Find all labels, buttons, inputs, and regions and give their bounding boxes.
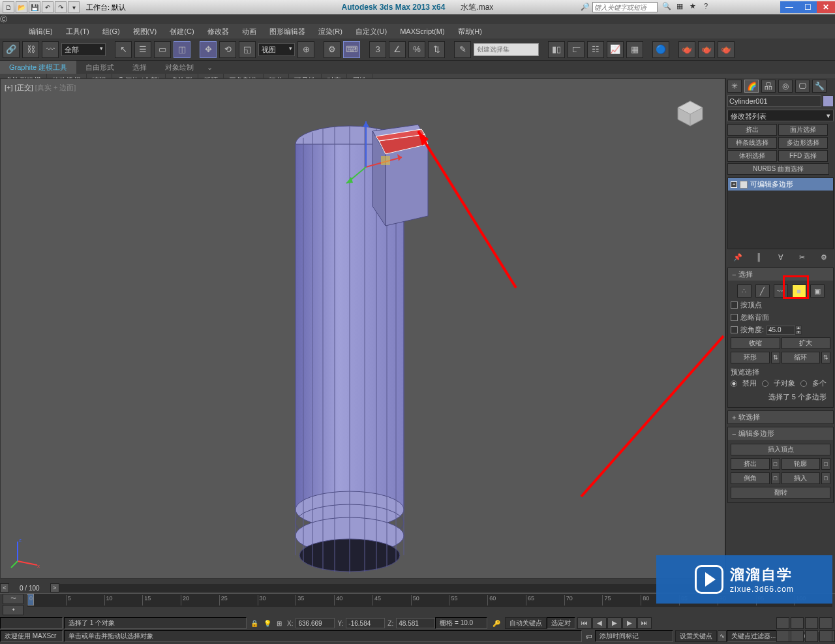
keyboard-shortcut-icon[interactable]: ⌨ [343,41,360,58]
render-setup-icon[interactable]: 🫖 [678,41,695,58]
render-icon[interactable]: 🫖 [718,41,735,58]
comm-center-icon[interactable]: ▦ [675,2,685,12]
window-close-button[interactable]: ✕ [817,1,835,13]
btn-outline[interactable]: 轮廓 [782,458,821,470]
selection-filter-dropdown[interactable]: 全部 [61,43,106,56]
material-editor-icon[interactable]: 🔵 [652,41,669,58]
loop-spin-icon[interactable]: ⇅ [821,352,830,363]
set-key-button[interactable]: 设置关键点 [675,630,717,642]
menu-group[interactable]: 组(G) [96,24,127,38]
help-search-input[interactable] [592,2,658,12]
btn-insert-vertex[interactable]: 插入顶点 [731,444,830,455]
cmdtab-utilities-icon[interactable]: 🔧 [812,80,827,93]
qat-undo-icon[interactable]: ↶ [42,1,53,13]
track-curve-icon[interactable]: 〜 [3,594,23,604]
modbtn-ffd-sel[interactable]: FFD 选择 [778,150,828,162]
modifier-stack[interactable]: + 可编辑多边形 [727,177,834,249]
nav-zoom-all-icon[interactable] [791,617,804,629]
search-go-icon[interactable]: 🔍 [661,2,672,12]
help-icon[interactable]: ? [701,2,711,12]
chk-ignore-backface[interactable] [731,314,738,321]
rollout-soft-selection[interactable]: +软选择 [727,410,834,424]
stack-expand-icon[interactable]: + [731,181,737,188]
manipulate-icon[interactable]: ⚙ [324,41,341,58]
menu-animation[interactable]: 动画 [235,24,263,38]
extrude-settings-icon[interactable]: □ [771,458,780,470]
curve-editor-icon[interactable]: 📈 [607,41,624,58]
select-name-icon[interactable]: ☰ [134,41,151,58]
btn-loop[interactable]: 循环 [782,352,821,363]
nav-fov-icon[interactable] [819,617,832,629]
menu-customize[interactable]: 自定义(U) [349,24,393,38]
stack-pin-icon[interactable]: 📌 [733,253,743,264]
coord-y-input[interactable] [346,618,385,628]
isolate-icon[interactable]: 💡 [261,620,274,627]
viewport[interactable]: [+] [正交] [真实 + 边面] [0,78,725,579]
menu-graph[interactable]: 图形编辑器 [263,24,312,38]
pivot-center-icon[interactable]: ⊕ [297,41,314,58]
angle-snap-icon[interactable]: ∠ [389,41,406,58]
link-icon[interactable]: 🔗 [3,41,20,58]
cmdtab-display-icon[interactable]: 🖵 [795,80,810,93]
chk-by-angle[interactable] [731,326,738,333]
align-icon[interactable]: ⫍ [568,41,584,58]
spinner-snap-icon[interactable]: ⇅ [428,41,445,58]
cmdtab-modify-icon[interactable]: 🌈 [744,80,759,93]
mirror-icon[interactable]: ▮▯ [548,41,565,58]
viewport-label[interactable]: [+] [正交] [真实 + 边面] [5,83,76,93]
ribbon-tab-freeform[interactable]: 自由形式 [76,61,123,74]
rollout-editpoly-header[interactable]: 编辑多边形 [738,429,774,438]
nav-zoom-icon[interactable] [776,617,789,629]
modbtn-extrude[interactable]: 挤出 [727,124,777,136]
cmdtab-hierarchy-icon[interactable]: 品 [761,80,776,93]
cmdtab-motion-icon[interactable]: ◎ [778,80,793,93]
btn-insert-poly[interactable]: 插入 [782,472,821,484]
select-icon[interactable]: ↖ [115,41,132,58]
cmdtab-create-icon[interactable]: ✳ [727,80,742,93]
chk-by-vertex[interactable] [731,301,738,309]
stack-config-icon[interactable]: ⚙ [819,253,829,264]
menu-create[interactable]: 创建(C) [163,24,200,38]
modbtn-spline-sel[interactable]: 样条线选择 [727,137,777,149]
subobj-vertex-icon[interactable]: ∴ [737,284,752,298]
bevel-settings-icon[interactable]: □ [771,472,780,484]
nav-walk-icon[interactable] [805,630,818,642]
slider-left-icon[interactable]: < [0,583,9,592]
rollout-selection-header[interactable]: 选择 [738,269,753,279]
subobj-polygon-icon[interactable]: ■ [792,284,806,298]
ribbon-expand-icon[interactable]: ⌄ [203,63,217,72]
outline-settings-icon[interactable]: □ [821,458,830,470]
schematic-icon[interactable]: ▦ [626,41,643,58]
angle-up-icon[interactable]: ▲ [795,326,802,330]
btn-flip[interactable]: 翻转 [731,487,830,498]
coord-x-input[interactable] [296,618,335,628]
window-crossing-icon[interactable]: ◫ [174,41,190,58]
render-frame-icon[interactable]: 🫖 [698,41,715,58]
nav-orbit-icon[interactable] [791,630,804,642]
modbtn-vol-sel[interactable]: 体积选择 [727,150,777,162]
ref-coord-dropdown[interactable]: 视图 [258,43,295,56]
btn-grow[interactable]: 扩大 [782,337,831,349]
nav-zoom-ext-icon[interactable] [805,617,818,629]
modifier-list-dropdown[interactable]: 修改器列表 [727,110,834,121]
coord-display-icon[interactable]: ⊞ [274,620,284,627]
key-filters-icon[interactable]: ∿ [718,630,727,642]
nav-pan-icon[interactable] [776,630,789,642]
menu-help[interactable]: 帮助(H) [451,24,489,38]
viewcube-icon[interactable] [675,99,705,129]
qat-redo-icon[interactable]: ↷ [55,1,67,13]
radio-subobj[interactable] [762,380,768,387]
window-minimize-button[interactable]: — [780,1,798,13]
stack-unique-icon[interactable]: ∀ [776,253,786,264]
btn-ring[interactable]: 环形 [731,352,770,363]
radio-multi[interactable] [800,380,807,387]
window-maximize-button[interactable]: ☐ [798,1,817,13]
menu-edit[interactable]: 编辑(E) [22,24,59,38]
ring-spin-icon[interactable]: ⇅ [771,352,780,363]
btn-bevel[interactable]: 倒角 [731,472,770,484]
add-time-tag[interactable]: 添加时间标记 [595,630,673,642]
move-icon[interactable]: ✥ [200,41,217,58]
angle-input[interactable] [767,326,795,335]
layers-icon[interactable]: ☷ [587,41,604,58]
favorites-icon[interactable]: ★ [688,2,698,12]
